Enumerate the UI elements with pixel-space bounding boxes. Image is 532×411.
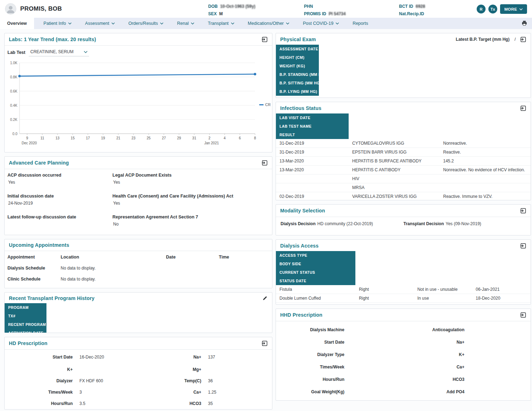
modality-card-title: Modality Selection	[280, 208, 325, 213]
prescription-field-label: Start Date	[7, 355, 73, 360]
nav-tab[interactable]: Post COVID-19	[298, 18, 344, 29]
header-actions: R Tx MORE	[477, 4, 527, 14]
nav-tab[interactable]: Transplant	[203, 18, 240, 29]
export-icon[interactable]	[520, 312, 526, 318]
prescription-row: Start Date Na+	[279, 339, 528, 345]
renal-badge[interactable]: R	[477, 5, 486, 13]
page: PROMIS, BOB DOB10-Oct-1963 (59y) SEXM PH…	[0, 0, 532, 411]
prescription-field-label: Dialysis Machine	[279, 327, 344, 332]
svg-text:4: 4	[224, 136, 226, 140]
print-icon[interactable]	[521, 20, 527, 26]
transplant-history-table: PROGRAM TX# RECENT PROGRAM STATUS ACTIVA…	[5, 303, 272, 333]
export-icon[interactable]	[261, 340, 268, 346]
advanced-care-planning-card: Advanced Care Planning ACP discussion oc…	[4, 156, 272, 235]
chevron-down-icon	[84, 51, 88, 53]
prescription-row: Dialyzer Type K+	[279, 351, 528, 357]
appointment-row: Dialysis Schedule No data to display.	[7, 266, 268, 271]
result-cell	[440, 183, 531, 192]
header-field-col-1: DOB10-Oct-1963 (59y) SEXM	[208, 2, 255, 17]
export-icon[interactable]	[520, 243, 526, 249]
appointment-location: No data to display.	[61, 277, 166, 282]
prescription-field-label: HCO3	[408, 377, 465, 382]
prescription-field-value	[465, 363, 528, 368]
nav-tab[interactable]: Assessment	[80, 18, 120, 29]
nav-tab[interactable]: Patient Info	[38, 18, 77, 29]
header-field-col-2: PHN PROMIS IDPI 54734	[304, 2, 346, 17]
content-columns: Labs: 1 Year Trend (max. 20 results) Lab…	[0, 29, 532, 411]
dob-label: DOB	[208, 4, 218, 9]
lab-test-label: Lab Test	[7, 50, 25, 55]
prescription-field-label: Hours/Run	[279, 377, 344, 382]
appointments-card-title: Upcoming Appointments	[9, 242, 69, 248]
prescription-field-value	[465, 388, 528, 393]
column-header: TX#	[5, 312, 46, 320]
lab-test-name-cell: HEPATITIS B SURFACE ANTIBODY	[349, 157, 440, 166]
prescription-field-label: Times/Week	[7, 390, 73, 395]
nav-tab[interactable]: Overview	[0, 18, 34, 29]
table-row: Fistula Right Not in use - unusable 06-J…	[276, 285, 531, 294]
avatar	[5, 3, 16, 15]
edit-icon[interactable]	[262, 295, 268, 301]
patient-header: PROMIS, BOB DOB10-Oct-1963 (59y) SEXM PH…	[0, 0, 532, 18]
column-header: ASSESSMENT DATE	[276, 45, 319, 53]
more-button[interactable]: MORE	[500, 4, 527, 14]
table-row: 13-Mar-2020 HEPATITIS C ANTIBODY Nonreac…	[276, 166, 531, 174]
assessment-date-cell: 11-Dec-2019	[276, 96, 319, 98]
acp-field-value: Yes	[112, 180, 268, 185]
nav-tab[interactable]: Reports	[347, 18, 373, 29]
result-cell: 145.2	[440, 157, 531, 166]
svg-text:1.0K: 1.0K	[10, 61, 17, 65]
sex-label: SEX	[208, 11, 217, 16]
prescription-field-value	[465, 339, 528, 344]
acp-field-label: Initial discussion date	[7, 194, 112, 199]
column-header: RESULT	[276, 130, 349, 139]
status-date-cell: 18-Dec-2020	[472, 294, 531, 303]
svg-text:Dec 2020: Dec 2020	[22, 141, 37, 145]
nav-tab-label: Orders/Results	[128, 21, 158, 26]
chevron-down-icon	[519, 8, 523, 10]
prescription-field-value: FX HDF 600	[73, 378, 141, 383]
result-cell: Reactive.	[440, 148, 531, 157]
transplant-badge[interactable]: Tx	[488, 5, 497, 13]
column-header: STATUS DATE	[276, 277, 355, 285]
lab-test-select[interactable]: CREATININE, SERUM	[29, 49, 89, 56]
prescription-field-label: Anticoagulation	[408, 327, 465, 332]
column-header: WEIGHT (KG)	[276, 62, 319, 70]
svg-text:19: 19	[101, 136, 105, 140]
acp-field: ACP discussion occurred Yes	[7, 173, 112, 185]
legend-line-swatch	[259, 104, 264, 105]
export-icon[interactable]	[520, 105, 526, 111]
phn-label: PHN	[304, 4, 313, 9]
nat-recip-id-label: Nat.Recip.ID	[399, 11, 424, 16]
acp-field-label: Legal ACP Document Exists	[112, 173, 268, 178]
prescription-field-value	[465, 376, 528, 381]
access-type-cell: Fistula	[276, 303, 355, 305]
export-icon[interactable]	[520, 207, 526, 214]
labs-trend-chart: 0.00.2K0.4K0.6K0.8K1.0K9Dec 202011131517…	[5, 57, 272, 149]
acp-field: Health Care (Consent) and Care Facility …	[112, 194, 268, 206]
transplant-history-card: Recent Transplant Program History PROGRA…	[4, 292, 272, 333]
nav-tab[interactable]: Medications/Other	[243, 18, 295, 29]
nav-tab-label: Patient Info	[44, 21, 66, 26]
svg-text:21: 21	[116, 136, 121, 140]
export-icon[interactable]	[520, 36, 526, 43]
nav-tab[interactable]: Renal	[172, 18, 200, 29]
acp-field-value: 24-Nov-2019	[7, 201, 112, 206]
lab-test-name-cell: MRSA	[349, 183, 440, 192]
svg-text:0.8K: 0.8K	[10, 75, 17, 79]
lab-test-name-cell: EPSTEIN BARR VIRUS IGG	[349, 148, 440, 157]
bp-target-value: /	[515, 37, 516, 42]
prescription-field-label: Temp(C)	[141, 378, 201, 383]
lab-visit-date-cell: 13-Mar-2020	[276, 157, 349, 166]
prescription-field-label: Dialyzer	[7, 378, 73, 383]
lab-visit-date-cell	[276, 183, 349, 192]
table-row: 02-Dec-2019 VARICELLA ZOSTER VIRUS IGG R…	[276, 192, 531, 201]
lab-test-name-cell: VARICELLA ZOSTER VIRUS IGG	[349, 192, 440, 201]
chevron-down-icon	[160, 22, 164, 24]
table-row: Double Lumen Cuffed Right In use 18-Dec-…	[276, 294, 531, 303]
prescription-field-label: Hours/Run	[7, 401, 73, 406]
export-icon[interactable]	[261, 36, 268, 43]
prescription-field-label: HCO3	[141, 401, 201, 406]
nav-tab[interactable]: Orders/Results	[123, 18, 169, 29]
export-icon[interactable]	[261, 160, 268, 166]
